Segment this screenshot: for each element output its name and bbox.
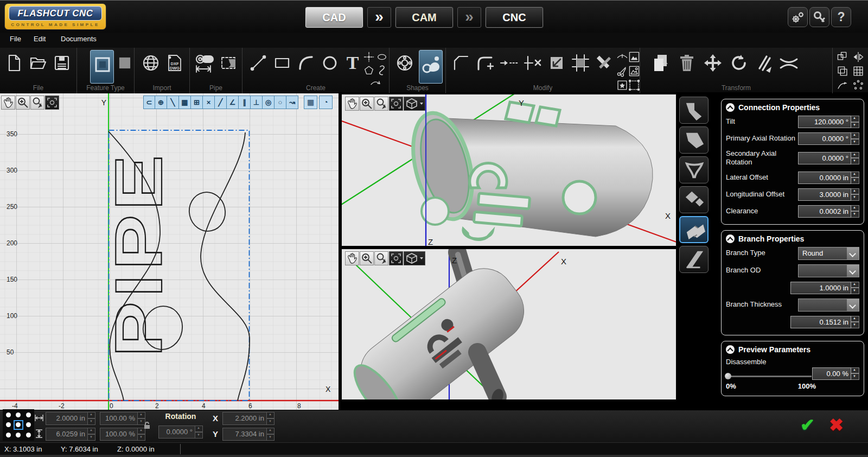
group-objects-icon[interactable] xyxy=(837,51,848,63)
snap-perpendicular-toggle[interactable]: ⊥ xyxy=(251,96,263,109)
spin-down-icon[interactable] xyxy=(195,432,203,439)
view-orientation-button[interactable] xyxy=(404,251,425,265)
zoom-region-button[interactable] xyxy=(389,97,403,111)
menu-file[interactable]: File xyxy=(10,35,21,43)
spin-buttons[interactable] xyxy=(851,116,859,128)
field-value[interactable]: 0.0000 ° xyxy=(798,152,851,164)
zoom-options-button[interactable] xyxy=(374,251,388,265)
lateral-offset-spinner[interactable]: 0.0000 in xyxy=(798,172,859,184)
delete-trash-icon[interactable] xyxy=(677,53,697,73)
collapse-icon[interactable] xyxy=(726,103,735,112)
anchor-top-center[interactable] xyxy=(14,410,23,420)
zoom-region-button[interactable] xyxy=(389,251,403,265)
pan-tool-button[interactable] xyxy=(345,97,359,111)
cancel-button[interactable]: ✖ xyxy=(829,415,844,435)
spin-up-icon[interactable] xyxy=(851,116,859,122)
spin-up-icon[interactable] xyxy=(851,132,859,139)
anchor-top-left[interactable] xyxy=(4,410,13,420)
branch-thickness-spinner[interactable]: 0.1512 in xyxy=(790,316,859,328)
clearance-spinner[interactable]: 0.0002 in xyxy=(798,205,859,218)
anchor-bottom-right[interactable] xyxy=(24,430,33,440)
cam-stage-button[interactable]: CAM xyxy=(395,7,453,28)
grid-toggle-button[interactable]: ▦ xyxy=(304,96,317,109)
ellipse-tool-icon[interactable] xyxy=(376,51,388,63)
connection-type-miter-button[interactable] xyxy=(679,126,709,154)
field-value[interactable]: 0.0000 ° xyxy=(798,132,851,145)
crop-frame-tool-icon[interactable] xyxy=(571,53,590,73)
zoom-in-button[interactable] xyxy=(16,96,30,110)
rotation-input[interactable]: 0.0000 ° xyxy=(158,426,203,439)
spin-buttons[interactable] xyxy=(267,428,275,441)
spin-down-icon[interactable] xyxy=(851,158,859,164)
anchor-bottom-center[interactable] xyxy=(14,430,23,440)
height-input[interactable]: 6.0259 in xyxy=(46,428,95,441)
connection-type-lateral-button[interactable] xyxy=(679,246,709,273)
pipe-cutout-icon[interactable] xyxy=(219,53,239,73)
disassemble-spinner[interactable]: 0.00 % xyxy=(812,367,859,380)
plate-feature-icon[interactable] xyxy=(117,55,132,71)
spin-buttons[interactable] xyxy=(851,172,859,184)
spin-up-icon[interactable] xyxy=(851,152,859,158)
shear-icon[interactable] xyxy=(755,53,775,73)
pan-tool-button[interactable] xyxy=(1,96,15,110)
spline-tool-icon[interactable] xyxy=(376,64,388,76)
confirm-button[interactable]: ✔ xyxy=(800,415,815,435)
dxf-dwg-import-icon[interactable]: DXF DWG xyxy=(165,53,184,73)
snap-parallel-toggle[interactable]: ∥ xyxy=(239,96,251,109)
move-icon[interactable] xyxy=(703,53,723,73)
field-value[interactable]: 2.2000 in xyxy=(222,412,267,425)
snap-grid-plus-toggle[interactable]: ⊞ xyxy=(191,96,203,109)
field-value[interactable]: 100.00 % xyxy=(100,412,138,425)
field-value[interactable]: 0.0000 in xyxy=(798,172,851,184)
spin-buttons[interactable] xyxy=(88,412,95,425)
snap-intersection-toggle[interactable]: × xyxy=(203,96,215,109)
arc-tool-icon[interactable] xyxy=(296,53,316,73)
cad-to-cam-chevron-icon[interactable]: » xyxy=(367,7,391,28)
chevron-down-icon[interactable] xyxy=(847,265,859,277)
branch-thickness-dropdown[interactable] xyxy=(798,299,859,312)
polygon-tool-icon[interactable] xyxy=(363,64,375,76)
zoom-in-button[interactable] xyxy=(360,97,374,111)
menu-documents[interactable]: Documents xyxy=(61,35,97,43)
spin-up-icon[interactable] xyxy=(851,205,859,212)
polygon-array-icon[interactable] xyxy=(852,79,864,91)
open-file-icon[interactable] xyxy=(28,53,48,73)
connection-type-saddle-button[interactable] xyxy=(679,156,709,183)
spin-buttons[interactable] xyxy=(267,412,275,425)
collapse-icon[interactable] xyxy=(726,234,735,243)
anchor-top-right[interactable] xyxy=(24,410,33,420)
copy-icon[interactable] xyxy=(651,53,671,73)
anchor-middle-left[interactable] xyxy=(4,420,13,429)
help-button[interactable]: ? xyxy=(831,7,851,27)
spin-buttons[interactable] xyxy=(851,132,859,145)
spin-down-icon[interactable] xyxy=(88,434,95,441)
menu-edit[interactable]: Edit xyxy=(34,35,46,43)
width-input[interactable]: 2.0000 in xyxy=(46,412,95,425)
nest-objects-icon[interactable] xyxy=(837,65,848,77)
text-tool-icon[interactable]: T xyxy=(343,53,362,73)
spin-down-icon[interactable] xyxy=(851,139,859,145)
field-value[interactable]: 0.00 % xyxy=(812,367,851,380)
snap-angle-toggle[interactable]: ∠ xyxy=(227,96,239,109)
spin-up-icon[interactable] xyxy=(851,316,859,322)
image-vector-tool-icon[interactable] xyxy=(628,65,640,77)
branch-type-dropdown[interactable]: Round xyxy=(798,247,859,260)
connection-type-diamond-button[interactable] xyxy=(679,186,709,213)
spin-up-icon[interactable] xyxy=(195,426,203,432)
spin-down-icon[interactable] xyxy=(851,177,859,184)
spin-up-icon[interactable] xyxy=(851,188,859,195)
spin-buttons[interactable] xyxy=(851,282,859,294)
spin-down-icon[interactable] xyxy=(851,373,859,380)
line-tool-icon[interactable] xyxy=(248,53,268,73)
cnc-stage-button[interactable]: CNC xyxy=(486,7,543,28)
zoom-region-button[interactable] xyxy=(45,96,59,110)
mirror-icon[interactable] xyxy=(779,53,799,73)
spin-up-icon[interactable] xyxy=(88,428,95,434)
spin-down-icon[interactable] xyxy=(851,322,859,328)
save-icon[interactable] xyxy=(52,53,72,73)
cad-2d-view[interactable]: PIPE Y X 350 300 250 200 150 100 50 -4 -… xyxy=(0,93,340,410)
rectangle-tool-icon[interactable] xyxy=(272,53,292,73)
corner-tool-icon[interactable] xyxy=(451,53,471,73)
y-position-input[interactable]: 7.3304 in xyxy=(222,428,275,441)
spin-up-icon[interactable] xyxy=(138,412,145,418)
